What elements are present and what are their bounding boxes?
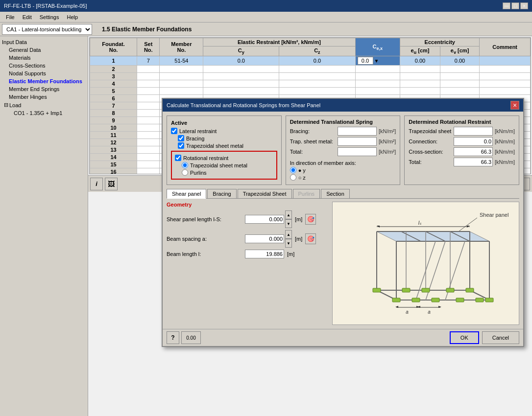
- active-section: Active Lateral restraint Bracing Trapezo…: [167, 116, 282, 185]
- beam-length-unit: [m]: [287, 251, 294, 257]
- rot-trapezoidal-unit: [kNm/m]: [495, 128, 515, 134]
- geometry-area: Geometry Shear panel length l-S: ▲ ▼ [m]…: [167, 202, 328, 325]
- dir-z-row: ○ z: [290, 174, 396, 181]
- direction-area: In direction of member axis: ● y ○ z: [290, 160, 396, 181]
- tab-section[interactable]: Section: [321, 189, 350, 198]
- beam-length-label: Beam length l:: [167, 251, 245, 257]
- rot-total-label: Total:: [409, 159, 421, 165]
- bracing-spring-input[interactable]: [338, 127, 377, 136]
- translational-title: Determined Translational Spring: [290, 119, 396, 125]
- length-spin-up[interactable]: ▲: [285, 210, 292, 219]
- rot-total-input[interactable]: [454, 158, 493, 166]
- svg-rect-25: [485, 298, 493, 302]
- total-spring-input[interactable]: [338, 147, 377, 156]
- spacing-pick-button[interactable]: 🎯: [305, 233, 316, 244]
- dialog-footer-right: OK Cancel: [450, 331, 519, 344]
- dialog-help-button[interactable]: ?: [167, 331, 179, 344]
- total-spring-unit: [kN/m²]: [379, 149, 396, 155]
- dialog-close-button[interactable]: ×: [510, 101, 519, 110]
- length-input[interactable]: [245, 215, 284, 224]
- svg-text:lₛ: lₛ: [418, 220, 422, 226]
- trap-spring-label: Trap. sheet metal:: [290, 139, 333, 144]
- trap-radio-row: Trapezoidal sheet metal: [175, 162, 273, 168]
- dialog-title-text: Calculate Translational and Rotational S…: [167, 102, 320, 108]
- dir-z-label: ○ z: [298, 175, 306, 181]
- bracing-spring-row: Bracing: [kN/m²]: [290, 127, 396, 136]
- length-input-group: ▲ ▼ [m] 🎯: [245, 210, 316, 228]
- svg-rect-31: [456, 298, 464, 302]
- cancel-button[interactable]: Cancel: [482, 331, 519, 344]
- svg-rect-32: [476, 298, 484, 302]
- tab-bracing[interactable]: Bracing: [207, 189, 236, 198]
- purlins-radio[interactable]: [182, 169, 188, 176]
- trapezoidal-checkbox[interactable]: [178, 142, 184, 149]
- shear-panel-dialog: Calculate Translational and Rotational S…: [162, 98, 524, 347]
- rotational-restraint-label: Rotational restraint: [183, 155, 228, 161]
- trap-spring-unit: [kN/m²]: [379, 139, 396, 144]
- dir-y-row: ● y: [290, 167, 396, 173]
- bracing-spring-unit: [kN/m²]: [379, 128, 396, 134]
- spacing-input[interactable]: [245, 234, 284, 243]
- rot-trapezoidal-label: Trapezoidal sheet: [409, 128, 451, 134]
- spacing-unit: [m]: [295, 236, 302, 242]
- bracing-row: Bracing: [171, 135, 277, 141]
- rot-connection-row: Connection: [kNm/m]: [409, 137, 515, 146]
- svg-rect-26: [402, 288, 410, 292]
- shear-panel-image: Shear panel: [332, 202, 519, 325]
- spacing-input-group: ▲ ▼ [m] 🎯: [245, 230, 316, 248]
- rotational-restraint-checkbox[interactable]: [175, 155, 181, 161]
- ok-button[interactable]: OK: [450, 331, 479, 344]
- length-unit: [m]: [295, 216, 302, 222]
- bracing-checkbox[interactable]: [178, 135, 184, 141]
- rot-cross-section-input[interactable]: [454, 147, 493, 156]
- rot-trapezoidal-row: Trapezoidal sheet [kNm/m]: [409, 127, 515, 136]
- svg-rect-23: [392, 298, 400, 302]
- dialog-content: Active Lateral restraint Bracing Trapezo…: [163, 112, 523, 329]
- lateral-restraint-label: Lateral restraint: [179, 128, 217, 134]
- direction-label: In direction of member axis:: [290, 160, 396, 166]
- trap-sheet-radio[interactable]: [182, 162, 188, 168]
- rotational-section: Determined Rotational Restraint Trapezoi…: [404, 116, 519, 185]
- dialog-value-button[interactable]: 0.00: [181, 331, 201, 344]
- trapezoidal-row: Trapezoidal sheet metal: [171, 142, 277, 149]
- purlins-radio-row: Purlins: [175, 169, 273, 176]
- lateral-restraint-row: Lateral restraint: [171, 128, 277, 134]
- spacing-spin-down[interactable]: ▼: [285, 239, 292, 248]
- purlins-label: Purlins: [190, 170, 207, 176]
- tab-purlins[interactable]: Purlins: [293, 189, 320, 198]
- dir-z-radio[interactable]: [290, 174, 296, 181]
- rotational-restraint-box: Rotational restraint Trapezoidal sheet m…: [171, 151, 277, 180]
- dir-y-label: ● y: [298, 167, 306, 173]
- trap-spring-input[interactable]: [338, 137, 377, 146]
- rot-connection-label: Connection:: [409, 139, 437, 144]
- rot-connection-input[interactable]: [454, 137, 493, 146]
- spacing-spin-up[interactable]: ▲: [285, 230, 292, 239]
- beam-length-input[interactable]: [245, 250, 284, 258]
- tab-trapezoidal-sheet[interactable]: Trapezoidal Sheet: [238, 189, 292, 198]
- svg-text:a: a: [406, 309, 409, 315]
- svg-rect-30: [432, 298, 439, 302]
- dialog-footer: ? 0.00 OK Cancel: [163, 329, 523, 346]
- length-row: Shear panel length l-S: ▲ ▼ [m] 🎯: [167, 210, 328, 228]
- shear-panel-text: Shear panel: [480, 212, 508, 218]
- total-spring-label: Total:: [290, 149, 303, 155]
- length-spin-down[interactable]: ▼: [285, 219, 292, 228]
- dialog-footer-left: ? 0.00: [167, 331, 201, 344]
- dir-y-radio[interactable]: [290, 167, 296, 173]
- svg-rect-29: [412, 298, 420, 302]
- dialog-top-row: Active Lateral restraint Bracing Trapezo…: [167, 116, 519, 185]
- bracing-label: Bracing: [186, 136, 204, 141]
- length-pick-button[interactable]: 🎯: [305, 214, 316, 225]
- rotational-restraint-row: Rotational restraint: [175, 155, 273, 161]
- dialog-overlay: Calculate Translational and Rotational S…: [0, 0, 532, 416]
- tab-bar: Shear panel Bracing Trapezoidal Sheet Pu…: [167, 189, 519, 199]
- translational-section: Determined Translational Spring Bracing:…: [286, 116, 401, 185]
- beam-length-row: Beam length l: [m]: [167, 250, 328, 258]
- spacing-label: Beam spacing a:: [167, 236, 245, 242]
- lateral-restraint-checkbox[interactable]: [171, 128, 177, 134]
- rot-trapezoidal-input[interactable]: [454, 127, 493, 136]
- tab-shear-panel[interactable]: Shear panel: [167, 189, 206, 199]
- svg-rect-24: [466, 288, 474, 292]
- rotational-title: Determined Rotational Restraint: [409, 119, 515, 125]
- dialog-title-bar: Calculate Translational and Rotational S…: [163, 99, 523, 112]
